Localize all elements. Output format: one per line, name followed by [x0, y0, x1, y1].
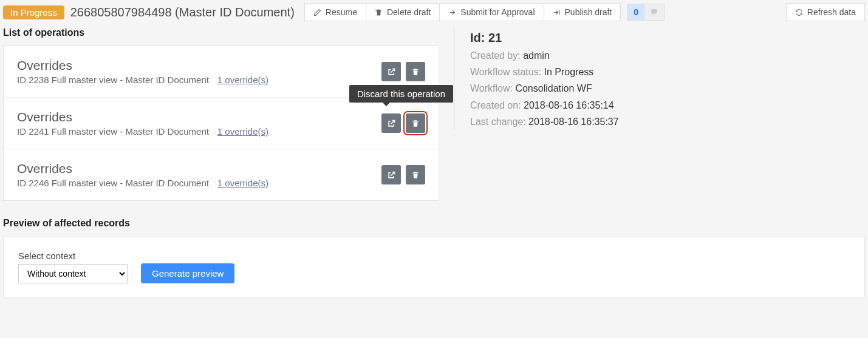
- override-link[interactable]: 1 override(s): [217, 75, 268, 85]
- workflow-status-label: Workflow status:: [470, 67, 544, 77]
- page-title: 266805807984498 (Master ID Document): [70, 5, 295, 19]
- resume-button[interactable]: Resume: [304, 3, 366, 21]
- operations-list: Overrides ID 2238 Full master view - Mas…: [3, 46, 439, 201]
- refresh-icon: [795, 8, 803, 16]
- context-select[interactable]: Without context: [18, 264, 128, 283]
- created-by-label: Created by:: [470, 50, 523, 61]
- last-change-label: Last change:: [470, 117, 528, 127]
- open-operation-button[interactable]: [381, 165, 401, 184]
- operation-title: Overrides: [17, 58, 268, 73]
- trash-icon: [375, 8, 383, 16]
- discard-operation-button[interactable]: [406, 62, 425, 81]
- workflow-label: Workflow:: [470, 83, 515, 93]
- workflow-status-value: In Progress: [544, 67, 594, 77]
- discard-operation-button[interactable]: [406, 165, 425, 184]
- operation-title: Overrides: [17, 161, 268, 176]
- pencil-icon: [313, 8, 321, 16]
- details-panel: Id: 21 Created by: admin Workflow status…: [454, 27, 619, 130]
- open-operation-button[interactable]: [381, 113, 401, 133]
- publish-draft-button[interactable]: Publish draft: [544, 3, 621, 21]
- detail-id-label: Id:: [470, 31, 488, 44]
- toolbar-button-group: Resume Delete draft Submit for Approval …: [304, 3, 621, 21]
- operations-heading: List of operations: [3, 27, 439, 38]
- arrow-right-icon: [448, 8, 456, 16]
- generate-preview-button[interactable]: Generate preview: [141, 263, 234, 283]
- operation-title: Overrides: [17, 110, 268, 124]
- operation-subtitle: ID 2241 Full master view - Master ID Doc…: [17, 126, 209, 137]
- comments-count: 0: [627, 4, 644, 20]
- select-context-label: Select context: [18, 251, 128, 261]
- operation-item: Overrides ID 2241 Full master view - Mas…: [4, 98, 439, 149]
- operation-item: Overrides ID 2246 Full master view - Mas…: [4, 149, 439, 200]
- external-link-icon: [387, 119, 396, 128]
- created-on-label: Created on:: [470, 100, 524, 110]
- comments-widget[interactable]: 0: [627, 4, 665, 21]
- refresh-button[interactable]: Refresh data: [786, 3, 865, 21]
- external-link-icon: [387, 171, 396, 180]
- speech-bubble-icon: [644, 4, 664, 20]
- refresh-label: Refresh data: [807, 7, 856, 17]
- resume-label: Resume: [326, 7, 357, 17]
- created-by-value: admin: [523, 50, 550, 61]
- status-badge: In Progress: [3, 5, 64, 19]
- publish-draft-label: Publish draft: [565, 7, 612, 17]
- detail-id-value: 21: [488, 31, 502, 44]
- arrow-end-icon: [553, 8, 561, 16]
- header-bar: In Progress 266805807984498 (Master ID D…: [3, 3, 865, 21]
- trash-icon: [411, 67, 420, 76]
- preview-heading: Preview of affected records: [3, 218, 865, 229]
- operation-subtitle: ID 2246 Full master view - Master ID Doc…: [17, 178, 209, 188]
- external-link-icon: [387, 67, 396, 76]
- preview-body: Select context Without context Generate …: [3, 237, 865, 297]
- submit-approval-label: Submit for Approval: [460, 7, 535, 17]
- workflow-value: Consolidation WF: [515, 83, 592, 93]
- delete-draft-button[interactable]: Delete draft: [366, 3, 440, 21]
- delete-draft-label: Delete draft: [387, 7, 431, 17]
- discard-operation-button[interactable]: [406, 113, 425, 133]
- override-link[interactable]: 1 override(s): [217, 126, 268, 137]
- trash-icon: [411, 171, 420, 180]
- discard-tooltip: Discard this operation: [349, 85, 453, 103]
- submit-approval-button[interactable]: Submit for Approval: [440, 3, 544, 21]
- operation-subtitle: ID 2238 Full master view - Master ID Doc…: [17, 75, 209, 85]
- last-change-value: 2018-08-16 16:35:37: [528, 117, 619, 127]
- open-operation-button[interactable]: [381, 62, 401, 81]
- trash-icon: [411, 119, 420, 128]
- override-link[interactable]: 1 override(s): [217, 178, 268, 188]
- created-on-value: 2018-08-16 16:35:14: [524, 100, 614, 110]
